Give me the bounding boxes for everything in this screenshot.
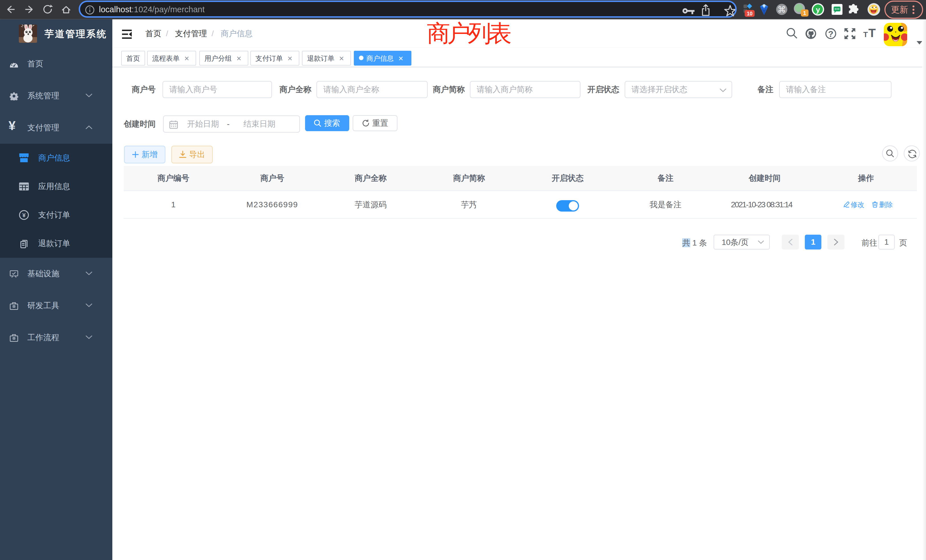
svg-text:⌘: ⌘	[778, 5, 786, 14]
svg-text:T: T	[863, 30, 868, 39]
svg-text:10: 10	[747, 11, 752, 17]
svg-text:¥: ¥	[22, 212, 26, 218]
svg-text:1: 1	[803, 10, 806, 16]
svg-text:y: y	[816, 5, 820, 14]
svg-text:T: T	[869, 26, 876, 39]
svg-text:?: ?	[828, 29, 833, 38]
svg-text:更新: 更新	[891, 5, 908, 14]
